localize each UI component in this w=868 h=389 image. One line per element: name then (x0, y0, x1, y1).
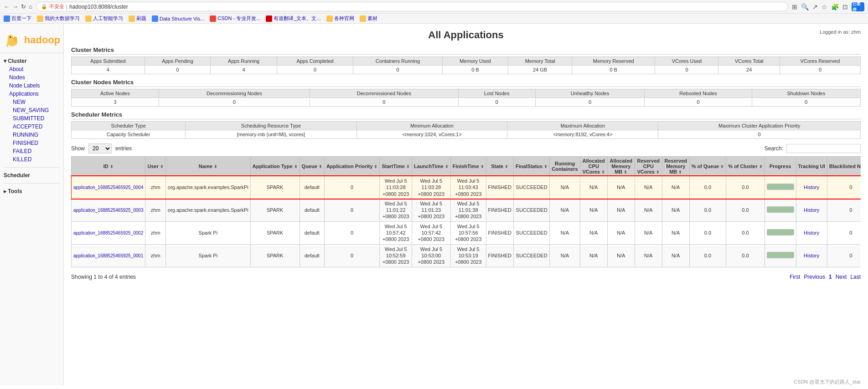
th-queue[interactable]: Queue ⬍ (300, 157, 324, 176)
th-name[interactable]: Name ⬍ (166, 157, 251, 176)
cell-reserved-mem: N/A (662, 199, 689, 221)
sidebar-item-submitted[interactable]: SUBMITTED (4, 114, 60, 123)
pagination-first[interactable]: First (790, 274, 800, 280)
pct-queue-sort-icon: ⬍ (720, 164, 724, 169)
th-pct-cluster[interactable]: % of Cluster ⬍ (726, 157, 765, 176)
sm-val-max-priority: 0 (658, 130, 861, 139)
cm-header-completed: Apps Completed (277, 57, 353, 66)
sm-header-resource-type: Scheduling Resource Type (186, 122, 356, 130)
cm-header-mem-reserved: Memory Reserved (572, 57, 655, 66)
pagination-last[interactable]: Last (850, 274, 861, 280)
type-sort-icon: ⬍ (294, 164, 298, 169)
sidebar-item-node-labels[interactable]: Node Labels (4, 82, 60, 90)
translate-icon[interactable]: ⊞ (792, 3, 797, 10)
th-alloc-mem[interactable]: Allocated Memory MB ⬍ (607, 157, 635, 176)
history-link[interactable]: History (804, 207, 819, 213)
sidebar-item-failed[interactable]: FAILED (4, 147, 60, 155)
sidebar-item-nodes[interactable]: Nodes (4, 73, 60, 82)
share-icon[interactable]: ↗ (812, 3, 818, 10)
pagination-previous[interactable]: Previous (804, 274, 825, 280)
search-input[interactable] (786, 144, 861, 153)
header-area: All Applications Logged in as: zhm (71, 29, 861, 41)
sidebar-item-running[interactable]: RUNNING (4, 131, 60, 139)
launchtime-sort-icon: ⬍ (445, 164, 449, 169)
th-user[interactable]: User ⬍ (145, 157, 166, 176)
bookmark-official[interactable]: 各种官网 (326, 15, 354, 22)
cell-user: zhm (145, 199, 166, 221)
bookmark-csdn[interactable]: CSDN - 专业开发... (210, 15, 260, 22)
cell-queue: default (300, 221, 324, 244)
cell-pct-queue: 0.0 (689, 221, 726, 244)
main-layout: hadoop ▾ Cluster About Nodes Node Labels… (0, 24, 868, 385)
bigdata-icon (37, 15, 43, 22)
refresh-button[interactable]: ↻ (21, 3, 26, 10)
app-id-link[interactable]: application_1688525465925_0001 (73, 253, 143, 258)
logged-in-label: Logged in as: zhm (820, 29, 861, 35)
profile-button[interactable]: 已暂停 (852, 2, 864, 11)
sidebar-tools-title[interactable]: ▸ Tools (4, 187, 60, 195)
security-icon: 🔒 (41, 4, 47, 10)
th-starttime[interactable]: StartTime ⬍ (380, 157, 412, 176)
cell-alloc-mem: N/A (607, 221, 635, 244)
show-select[interactable]: 20 50 100 (88, 143, 112, 154)
cell-id: application_1688525465925_0002 (72, 221, 145, 244)
bookmark-icon[interactable]: ☆ (822, 3, 827, 10)
sidebar-cluster-title[interactable]: ▾ Cluster (4, 57, 60, 65)
pagination-page-1[interactable]: 1 (829, 274, 832, 280)
app-id-link[interactable]: application_1688525465925_0002 (73, 230, 143, 235)
cm-val-vcores-total: 24 (718, 66, 780, 74)
bookmark-shuati[interactable]: 刷题 (129, 15, 146, 22)
bookmark-ds[interactable]: Data Structure Vis... (152, 15, 204, 22)
cn-val-rebooted: 0 (645, 98, 752, 107)
history-link[interactable]: History (804, 230, 819, 235)
address-bar[interactable]: 🔒 不安全 | hadoop103:8088/cluster (36, 2, 788, 11)
bookmark-baidu[interactable]: 百度一下 (4, 15, 31, 22)
sidebar-scheduler-section: Scheduler (0, 169, 63, 181)
browser-nav[interactable]: ← → ↻ ⌂ (4, 3, 32, 10)
history-link[interactable]: History (804, 184, 819, 190)
sidebar-item-finished[interactable]: FINISHED (4, 139, 60, 147)
sidebar-item-about[interactable]: About (4, 65, 60, 73)
cluster-nodes-metrics-section: Cluster Nodes Metrics Active Nodes Decom… (71, 79, 861, 107)
sidebar-item-new[interactable]: NEW (4, 98, 60, 106)
th-state[interactable]: State ⬍ (486, 157, 513, 176)
window-icon[interactable]: ⊡ (842, 3, 848, 10)
th-id[interactable]: ID ⬍ (72, 157, 145, 176)
sidebar-item-accepted[interactable]: ACCEPTED (4, 123, 60, 131)
url-text: hadoop103:8088/cluster (69, 4, 128, 10)
th-reserved-mem[interactable]: Reserved Memory MB ⬍ (662, 157, 689, 176)
bookmark-ai[interactable]: 人工智能学习 (85, 15, 123, 22)
sidebar-item-new-saving[interactable]: NEW_SAVING (4, 106, 60, 114)
th-type[interactable]: Application Type ⬍ (250, 157, 300, 176)
search-icon[interactable]: 🔍 (801, 3, 809, 10)
th-reserved-cpu[interactable]: Reserved CPU VCores ⬍ (635, 157, 662, 176)
app-id-link[interactable]: application_1688525465925_0004 (73, 185, 143, 190)
th-alloc-cpu[interactable]: Allocated CPU VCores ⬍ (580, 157, 607, 176)
th-launchtime[interactable]: LaunchTime ⬍ (412, 157, 451, 176)
history-link[interactable]: History (804, 253, 819, 258)
entries-label: entries (115, 145, 132, 152)
th-containers: Running Containers (550, 157, 580, 176)
sidebar-scheduler-title[interactable]: Scheduler (4, 171, 60, 179)
app-id-link[interactable]: application_1688525465925_0003 (73, 208, 143, 213)
bookmark-material[interactable]: 素材 (360, 15, 377, 22)
th-finalstatus[interactable]: FinalStatus ⬍ (513, 157, 549, 176)
sidebar-item-killed[interactable]: KILLED (4, 155, 60, 164)
back-button[interactable]: ← (4, 3, 10, 10)
user-sort-icon: ⬍ (160, 164, 164, 169)
bookmark-youdao[interactable]: 有道翻译_文本、文... (266, 15, 320, 22)
extension-icon[interactable]: 🧩 (831, 3, 839, 10)
th-pct-queue[interactable]: % of Queue ⬍ (689, 157, 726, 176)
home-button[interactable]: ⌂ (29, 3, 32, 10)
pagination-next[interactable]: Next (836, 274, 847, 280)
bookmark-bigdata[interactable]: 我的大数据学习 (37, 15, 80, 22)
forward-button[interactable]: → (12, 3, 18, 10)
cm-header-running: Apps Running (211, 57, 277, 66)
cell-state: FINISHED (486, 221, 513, 244)
cell-starttime: Wed Jul 5 10:52:59 +0800 2023 (380, 244, 412, 267)
sidebar-item-applications[interactable]: Applications (4, 90, 60, 98)
th-finishtime[interactable]: FinishTime ⬍ (450, 157, 486, 176)
th-priority[interactable]: Application Priority ⬍ (324, 157, 380, 176)
cell-blacklisted: 0 (827, 221, 861, 244)
cell-alloc-cpu: N/A (580, 176, 607, 199)
